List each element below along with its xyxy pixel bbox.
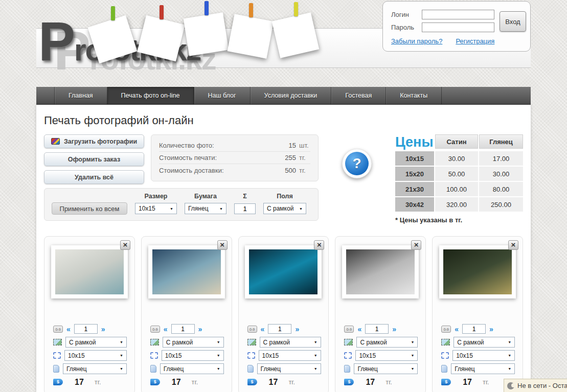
chevron-down-icon: ▼ [120, 354, 123, 357]
card-paper-select[interactable]: Глянец ▼ [257, 363, 321, 374]
decrease-quantity-button[interactable]: « [66, 325, 71, 333]
card-size-select[interactable]: 10x15 ▼ [259, 350, 321, 361]
increase-quantity-button[interactable]: » [198, 325, 202, 333]
password-input[interactable] [422, 22, 494, 32]
action-buttons: Загрузить фотографии Оформить заказ Удал… [44, 134, 144, 184]
card-quantity-input[interactable] [462, 324, 486, 334]
close-icon[interactable]: × [120, 240, 130, 250]
card-price: 17 [366, 378, 375, 387]
close-icon[interactable]: × [314, 240, 324, 250]
price-satin-cell: 320.00 [435, 197, 478, 212]
bulk-size-select[interactable]: 10x15 ▼ [135, 203, 177, 214]
card-currency: тг. [483, 378, 489, 386]
summary-value: 15 [289, 142, 296, 149]
photo-thumbnail-frame[interactable] [148, 245, 225, 298]
fields-column-label: Поля [263, 193, 306, 200]
page-container: Profotki.kz Profotki.kz Логин Вход Парол… [36, 0, 531, 392]
close-icon[interactable]: × [217, 240, 228, 250]
help-button[interactable]: ? [342, 149, 372, 178]
card-quantity-input[interactable] [171, 324, 195, 334]
counter-icon: 0-9 [150, 326, 160, 333]
summary-row: Количество фото: 15 шт. [159, 140, 310, 152]
chevron-down-icon: ▼ [170, 207, 173, 211]
bulk-fields-select[interactable]: С рамкой ▼ [263, 203, 306, 214]
photo-card: × 0-9 « » С рамкой ▼ 10x15 [141, 236, 232, 392]
nav-spacer [36, 87, 55, 104]
card-paper-select[interactable]: Глянец ▼ [63, 363, 127, 374]
clothespin-icon [294, 2, 298, 16]
close-icon[interactable]: × [508, 240, 518, 250]
price-size-cell: 10x15 [395, 151, 434, 166]
decrease-quantity-button[interactable]: « [164, 325, 168, 333]
chevron-down-icon: ▼ [217, 367, 220, 371]
chevron-down-icon: ▼ [508, 340, 511, 344]
forgot-password-link[interactable]: Забыли пароль? [391, 37, 442, 45]
photo-thumbnail [443, 249, 512, 294]
increase-quantity-button[interactable]: » [392, 325, 396, 333]
size-icon [150, 352, 158, 359]
photo-thumbnail-frame[interactable] [245, 245, 322, 298]
card-quantity-input[interactable] [365, 324, 389, 334]
chevron-down-icon: ▼ [314, 367, 317, 371]
photo-thumbnail-frame[interactable] [342, 245, 419, 298]
decrease-quantity-button[interactable]: « [261, 325, 265, 333]
price-gloss-cell: 30.00 [479, 167, 523, 181]
register-link[interactable]: Регистрация [456, 37, 494, 45]
photo-card: × 0-9 « » С рамкой ▼ 10x15 [238, 236, 329, 392]
increase-quantity-button[interactable]: » [295, 325, 299, 333]
photo-thumbnail [55, 249, 124, 294]
chat-status-widget[interactable]: Не в сети - Оста [504, 379, 567, 392]
card-fields-select[interactable]: С рамкой ▼ [260, 337, 321, 348]
nav-tab[interactable]: Гостевая [331, 87, 386, 104]
apply-to-all-button[interactable]: Применить ко всем [52, 202, 127, 215]
card-quantity-input[interactable] [268, 324, 291, 334]
decrease-quantity-button[interactable]: « [455, 325, 459, 333]
photo-thumbnail-frame[interactable] [439, 245, 516, 298]
card-fields-select[interactable]: С рамкой ▼ [356, 337, 418, 348]
page-title: Печать фотографий он-лайн [44, 114, 523, 127]
counter-icon: 0-9 [247, 326, 257, 333]
price-tag-icon: $ [53, 379, 63, 385]
decrease-quantity-button[interactable]: « [357, 325, 361, 333]
nav-tab[interactable]: Контакты [386, 87, 442, 104]
card-paper-select[interactable]: Глянец ▼ [160, 363, 224, 374]
bulk-paper-select[interactable]: Глянец ▼ [185, 203, 226, 214]
upload-photos-button[interactable]: Загрузить фотографии [44, 134, 144, 148]
card-fields-select[interactable]: С рамкой ▼ [163, 337, 224, 348]
card-size-select[interactable]: 10x15 ▼ [355, 350, 418, 361]
nav-tab[interactable]: Условия доставки [251, 87, 332, 104]
card-paper-select[interactable]: Глянец ▼ [451, 363, 515, 374]
clothespin-icon [160, 5, 164, 19]
login-panel: Логин Вход Пароль Забыли пароль? Регистр… [382, 1, 531, 52]
price-satin-cell: 30.00 [435, 151, 478, 166]
increase-quantity-button[interactable]: » [101, 325, 105, 333]
login-submit-button[interactable]: Вход [500, 11, 526, 32]
card-size-select[interactable]: 10x15 ▼ [64, 350, 127, 361]
sum-column-label: Σ [234, 193, 256, 200]
card-paper-select[interactable]: Глянец ▼ [354, 363, 418, 374]
nav-tab-label: Условия доставки [264, 92, 317, 99]
increase-quantity-button[interactable]: » [489, 325, 493, 333]
card-quantity-input[interactable] [74, 324, 98, 334]
frame-icon [247, 339, 256, 345]
prices-title: Цены [395, 134, 434, 150]
card-fields-select[interactable]: С рамкой ▼ [453, 337, 515, 348]
card-size-select[interactable]: 10x15 ▼ [452, 350, 515, 361]
price-size-cell: 30x42 [395, 197, 434, 212]
photo-thumbnail-frame[interactable] [51, 245, 128, 298]
card-size-select[interactable]: 10x15 ▼ [162, 350, 224, 361]
card-fields-select[interactable]: С рамкой ▼ [65, 337, 127, 348]
paper-icon [247, 365, 254, 373]
summary-unit: тг. [299, 154, 310, 162]
nav-tab-label: Гостевая [345, 92, 372, 99]
delete-all-button[interactable]: Удалить всё [44, 170, 144, 184]
login-input[interactable] [422, 10, 494, 19]
counter-icon: 0-9 [53, 326, 63, 333]
bulk-quantity-input[interactable] [234, 203, 256, 214]
counter-icon: 0-9 [441, 326, 451, 333]
paper-icon [150, 365, 156, 373]
place-order-button[interactable]: Оформить заказ [44, 152, 144, 166]
clothespin-icon [205, 1, 209, 15]
close-icon[interactable]: × [411, 240, 421, 250]
login-label: Логин [391, 11, 417, 18]
